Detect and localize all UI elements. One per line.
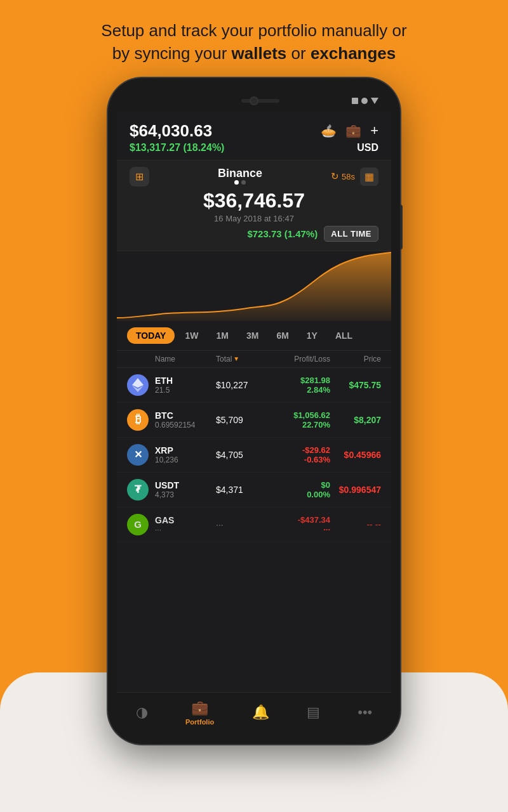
asset-table: Name Total ▼ Profit/Loss Price ETH 21.5 [117,351,391,692]
table-row[interactable]: G GAS ··· ··· -$437.34 ··· -- -- [117,508,391,542]
exchange-profit: $723.73 (1.47%) [247,228,318,239]
gas-profit-col: -$437.34 ··· [267,515,330,534]
usdt-profit-pct: 0.00% [307,490,330,499]
charts-icon: ◑ [136,704,148,721]
wifi-icon [361,98,368,104]
xrp-profit-pct: -0.63% [304,455,330,464]
header-line2: by syncing your [112,44,232,63]
phone-shell: $64,030.63 🥧 💼 + $13,317.27 (18.24%) USD [108,78,400,744]
header-line1: Setup and track your portfolio manually … [101,21,406,40]
portfolio-nav-label: Portfolio [185,718,214,726]
usdt-name-col: USDT 4,373 [155,480,216,499]
tab-1m[interactable]: 1M [208,327,236,344]
eth-total: $10,227 [216,380,267,390]
btc-profit-col: $1,056.62 22.70% [267,410,330,429]
gas-name-col: GAS ··· [155,515,216,534]
table-header-icon [127,355,155,363]
collapse-icon: ⊞ [135,171,144,182]
all-time-badge[interactable]: ALL TIME [324,226,378,242]
portfolio-chart [117,251,391,321]
eth-symbol: ETH [155,376,216,386]
news-icon: ▤ [307,704,320,721]
dot-2 [241,180,246,185]
qr-button[interactable]: ▦ [360,167,378,186]
gas-profit-pct: ··· [323,525,330,534]
nav-item-charts[interactable]: ◑ [136,704,148,721]
xrp-amount: 10,236 [155,455,216,464]
collapse-button[interactable]: ⊞ [130,167,149,187]
xrp-name-col: XRP 10,236 [155,445,216,464]
tab-1w[interactable]: 1W [177,327,206,344]
eth-amount: 21.5 [155,386,216,395]
header-or: or [286,44,311,63]
xrp-logo: ✕ [127,444,149,466]
pie-chart-icon[interactable]: 🥧 [321,123,337,138]
portfolio-total-value: $64,030.63 [130,121,212,141]
status-icons [352,98,378,104]
header-bold-wallets: wallets [232,44,287,63]
xrp-profit-col: -$29.62 -0.63% [267,445,330,464]
exchange-right-icons: ↻ 58s ▦ [331,167,378,186]
table-row[interactable]: ₿ BTC 0.69592154 $5,709 $1,056.62 22.70%… [117,403,391,438]
camera-notch [250,96,258,105]
eth-profit-pct: 2.84% [307,385,330,395]
sort-arrow: ▼ [233,355,239,362]
nav-item-alerts[interactable]: 🔔 [252,704,269,721]
speaker-notch [241,99,279,103]
exchange-pagination [234,180,246,185]
usdt-amount: 4,373 [155,490,216,499]
portfolio-header: $64,030.63 🥧 💼 + $13,317.27 (18.24%) USD [117,112,391,160]
tab-today[interactable]: TODAY [127,327,175,344]
table-header-total[interactable]: Total ▼ [216,355,267,363]
phone-top-bar [117,89,391,112]
wallet-icon[interactable]: 💼 [345,123,361,138]
btc-symbol: BTC [155,410,216,421]
nav-item-news[interactable]: ▤ [307,704,320,721]
refresh-icon: ↻ [331,171,339,182]
svg-marker-0 [132,378,144,388]
tab-3m[interactable]: 3M [239,327,266,344]
usdt-logo: ₮ [127,479,149,501]
usdt-price: $0.996547 [330,485,381,495]
gas-profit: -$437.34 [298,515,330,525]
exchange-card: ⊞ Binance ↻ 58s [117,160,391,251]
btc-amount: 0.69592154 [155,421,216,429]
nav-item-more[interactable]: ••• [358,704,372,721]
usdt-profit-col: $0 0.00% [267,480,330,499]
portfolio-header-icons: 🥧 💼 + [321,122,378,139]
eth-price: $475.75 [330,380,381,390]
btc-name-col: BTC 0.69592154 [155,410,216,429]
portfolio-icon: 💼 [191,700,208,716]
eth-name-col: ETH 21.5 [155,376,216,395]
currency-label: USD [357,142,378,154]
eth-logo [127,374,149,396]
refresh-button[interactable]: ↻ 58s [331,171,355,182]
xrp-total: $4,705 [216,450,267,460]
table-row[interactable]: ₮ USDT 4,373 $4,371 $0 0.00% $0.996547 [117,473,391,508]
add-icon[interactable]: + [370,122,378,139]
xrp-symbol: XRP [155,445,216,455]
eth-profit: $281.98 [300,376,330,385]
table-header: Name Total ▼ Profit/Loss Price [117,351,391,368]
battery-icon [352,98,358,104]
exchange-date: 16 May 2018 at 16:47 [130,214,378,223]
bell-icon: 🔔 [252,704,269,721]
exchange-amount: $36,746.57 [130,189,378,213]
table-header-name: Name [155,355,216,363]
table-header-profit: Profit/Loss [267,355,330,363]
more-icon: ••• [358,704,372,721]
chart-svg [117,251,391,321]
tab-all[interactable]: ALL [328,327,360,344]
btc-profit-pct: 22.70% [302,420,330,429]
gas-amount: ··· [155,525,216,534]
tab-1y[interactable]: 1Y [299,327,325,344]
refresh-timer: 58s [342,172,355,181]
table-row[interactable]: ✕ XRP 10,236 $4,705 -$29.62 -0.63% $0.45… [117,438,391,473]
phone-screen: $64,030.63 🥧 💼 + $13,317.27 (18.24%) USD [117,89,391,733]
tab-6m[interactable]: 6M [269,327,296,344]
table-row[interactable]: ETH 21.5 $10,227 $281.98 2.84% $475.75 [117,368,391,403]
header-bold-exchanges: exchanges [311,44,396,63]
nav-item-portfolio[interactable]: 💼 Portfolio [185,700,214,726]
usdt-profit: $0 [321,480,330,490]
dot-1 [234,180,239,185]
